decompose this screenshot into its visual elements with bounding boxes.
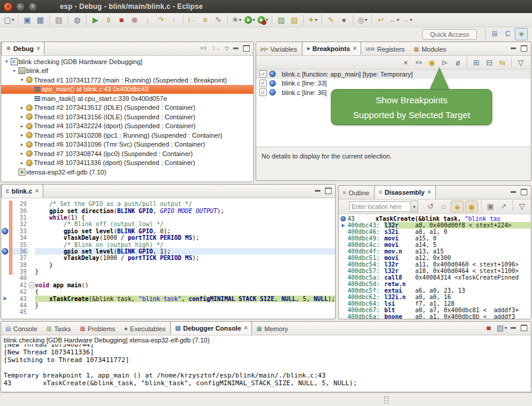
debug-tree-row[interactable]: ▸Thread #2 1073413512 (IDLE) (Suspended … — [1, 103, 253, 113]
maximize-view-icon[interactable] — [325, 188, 332, 194]
tab-close-icon[interactable]: × — [353, 45, 356, 52]
collapse-all-icon[interactable]: ⊟ — [483, 57, 495, 68]
tab-debugger-console[interactable]: ▤Debugger Console× — [170, 321, 252, 335]
run-icon[interactable]: ▾ — [244, 15, 256, 26]
open-folder-icon[interactable]: ▨ — [275, 15, 287, 26]
editor-code-area[interactable]: 29 /* Set the GPIO as a push/pull output… — [1, 198, 335, 316]
debug-tree-row[interactable]: ▾blink.elf — [1, 66, 253, 76]
tab-close-icon[interactable]: × — [244, 325, 248, 331]
breakpoint-checkbox[interactable]: ✓ — [259, 70, 267, 78]
link-with-debug-icon[interactable]: ⇆ — [496, 57, 508, 68]
maximize-view-icon[interactable] — [521, 45, 527, 52]
tab-memory[interactable]: ▦Memory — [252, 322, 292, 335]
step-return-icon[interactable]: ↑ — [168, 15, 180, 26]
breakpoint-row[interactable]: ✓blink.c [function: app_main] [type: Tem… — [256, 69, 531, 79]
tab-close-icon[interactable]: × — [428, 189, 431, 195]
tab-debug[interactable]: ✳Debug× — [1, 42, 44, 55]
goto-breakpoint-file-icon[interactable]: ⊳ — [439, 57, 451, 68]
sync-active-frame-toggle-icon[interactable]: ◉ — [465, 201, 478, 212]
external-tools-icon[interactable]: ▾ — [257, 15, 269, 26]
location-input[interactable] — [349, 201, 411, 212]
tab-blink.c[interactable]: cblink.c× — [1, 184, 43, 198]
import-folder-icon[interactable]: ▧ — [288, 15, 300, 26]
view-menu-icon[interactable]: ▽ — [225, 46, 229, 52]
disconnect-icon[interactable]: ⊗ — [129, 15, 141, 26]
terminate-icon[interactable]: ■ — [483, 323, 495, 334]
maximize-view-icon[interactable] — [521, 189, 527, 195]
breakpoint-row[interactable]: ✓blink.c [line: 33] — [256, 79, 531, 88]
step-into-icon[interactable]: ↓ — [142, 15, 154, 26]
breakpoint-checkbox[interactable]: ✓ — [259, 88, 267, 96]
debug-tree-row[interactable]: ▾Thread #1 1073411772 (main : Running) (… — [1, 75, 253, 85]
console-output[interactable]: [New Thread 1073408744][New Thread 10734… — [1, 344, 531, 387]
export-icon[interactable]: ↗ — [498, 201, 509, 211]
expander-closed-icon[interactable]: ▸ — [19, 160, 25, 166]
breakpoint-marker-icon[interactable] — [1, 228, 9, 234]
back-icon[interactable]: ←▾ — [388, 15, 400, 26]
debug-config-icon[interactable]: ✎ — [212, 15, 224, 26]
last-edit-dot-icon[interactable]: ● — [338, 15, 350, 26]
show-source-toggle-icon[interactable]: ◈ — [451, 201, 464, 212]
dropdown-arrow-icon[interactable]: ▾ — [397, 17, 399, 23]
forward-icon[interactable]: →▾ — [401, 15, 413, 26]
dropdown-arrow-icon[interactable]: ▾ — [253, 17, 255, 23]
save-all-icon[interactable]: ▦ — [34, 15, 46, 26]
dropdown-arrow-icon[interactable]: ▾ — [505, 325, 507, 331]
open-perspective-icon[interactable]: ⊞ — [489, 28, 501, 39]
remove-all-terminated-icon[interactable]: ×× — [197, 43, 209, 54]
expander-open-icon[interactable]: ▾ — [19, 77, 25, 83]
save-icon[interactable]: ▣ — [21, 15, 33, 26]
breakpoint-checkbox[interactable]: ✓ — [259, 80, 267, 87]
debug-tree-row[interactable]: ▸Thread #8 1073411336 (dport) (Suspended… — [1, 158, 253, 168]
debug-tree-row[interactable]: xtensa-esp32-elf-gdb (7.10) — [1, 167, 253, 177]
minimize-view-icon[interactable] — [511, 47, 516, 49]
debug-tree-row[interactable]: ▸Thread #3 1073413156 (IDLE) (Suspended … — [1, 112, 253, 122]
maximize-view-icon[interactable] — [521, 325, 527, 331]
refresh-icon[interactable]: ↺ — [425, 201, 437, 211]
instruction-stepping-toggle-icon[interactable]: i→ — [211, 43, 222, 54]
binary-view-icon[interactable]: ▤ — [53, 15, 65, 26]
debug-tree-row[interactable]: ▸Thread #6 1073431096 (Tmr Svc) (Suspend… — [1, 140, 253, 150]
instruction-pointer-icon[interactable] — [1, 297, 9, 300]
debug-icon[interactable]: ✳▾ — [231, 15, 243, 26]
remove-breakpoint-icon[interactable]: × — [400, 57, 412, 68]
tab-outline[interactable]: ≡Outline — [339, 186, 374, 199]
minimize-view-icon[interactable] — [233, 47, 238, 49]
location-dropdown[interactable]: ▾ — [411, 201, 418, 212]
step-over-icon[interactable]: ↷ — [155, 15, 167, 26]
dropdown-arrow-icon[interactable]: ▾ — [12, 17, 14, 23]
dropdown-arrow-icon[interactable]: ▾ — [410, 17, 412, 23]
tab-tasks[interactable]: ▥Tasks — [42, 322, 76, 335]
fold-collapse-icon[interactable]: − — [28, 282, 35, 288]
dropdown-arrow-icon[interactable]: ▾ — [239, 17, 241, 23]
debug-tree-row[interactable]: ▸Thread #5 1073410208 (ipc1 : Running) (… — [1, 131, 253, 140]
minimize-view-icon[interactable] — [511, 191, 516, 193]
expander-open-icon[interactable]: ▾ — [11, 68, 17, 74]
debug-tree-row[interactable]: ▸Thread #4 1073432224 (dport) (Suspended… — [1, 122, 253, 131]
breakpoint-marker-icon[interactable] — [1, 248, 9, 255]
terminate-icon[interactable]: ■ — [116, 15, 128, 26]
tab-problems[interactable]: ▦Problems — [75, 322, 120, 335]
open-element-icon[interactable]: ✦▾ — [307, 15, 318, 26]
view-menu-icon[interactable]: ▽ — [516, 201, 528, 211]
tab-modules[interactable]: ▦Modules — [409, 43, 451, 55]
tab-close-icon[interactable]: × — [35, 188, 39, 194]
expand-all-icon[interactable]: ⊞ — [470, 57, 482, 68]
expander-closed-icon[interactable]: ▸ — [19, 105, 25, 110]
window-maximize-button[interactable]: + — [28, 2, 37, 11]
expander-closed-icon[interactable]: ▸ — [19, 142, 25, 147]
remove-all-breakpoints-icon[interactable]: ×× — [413, 57, 425, 68]
expander-closed-icon[interactable]: ▸ — [19, 132, 25, 138]
use-step-filters-icon[interactable]: ≡ — [199, 15, 211, 26]
expander-closed-icon[interactable]: ▸ — [19, 114, 25, 119]
minimize-view-icon[interactable] — [511, 327, 516, 329]
new-wizard-icon[interactable]: ▢▾ — [3, 15, 15, 26]
tab-console[interactable]: ▤Console — [1, 322, 42, 335]
suspend-icon[interactable]: Ⅱ — [103, 15, 114, 26]
tab-breakpoints[interactable]: ●Breakpoints× — [302, 42, 361, 55]
view-menu-icon[interactable]: ▽ — [515, 57, 527, 68]
debug-tree-row[interactable]: app_main() at blink.c:43 0x400dbc43 — [1, 85, 253, 94]
tab-close-icon[interactable]: × — [37, 45, 40, 52]
home-icon[interactable]: ⌂ — [438, 201, 450, 211]
cpp-perspective-icon[interactable]: C — [502, 28, 514, 39]
